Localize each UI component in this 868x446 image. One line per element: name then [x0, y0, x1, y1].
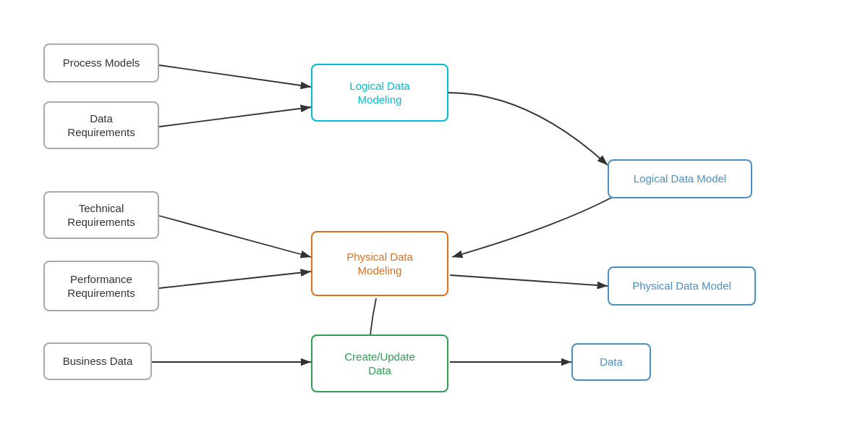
- process-models-node: Process Models: [43, 43, 159, 83]
- data-node: Data: [571, 343, 651, 381]
- create-update-data-label: Create/UpdateData: [344, 350, 415, 378]
- logical-data-modeling-label: Logical DataModeling: [349, 79, 409, 107]
- business-data-node: Business Data: [43, 342, 152, 380]
- diagram-container: Process Models DataRequirements Technica…: [0, 0, 868, 446]
- performance-requirements-label: PerformanceRequirements: [67, 272, 135, 300]
- logical-data-model-node: Logical Data Model: [608, 159, 752, 198]
- data-requirements-label: DataRequirements: [67, 112, 135, 140]
- logical-data-modeling-node: Logical DataModeling: [311, 64, 448, 122]
- technical-requirements-label: TechnicalRequirements: [67, 201, 135, 230]
- svg-line-4: [159, 272, 311, 288]
- physical-data-modeling-node: Physical DataModeling: [311, 231, 448, 296]
- technical-requirements-node: TechnicalRequirements: [43, 191, 159, 239]
- physical-data-model-label: Physical Data Model: [632, 279, 731, 293]
- business-data-label: Business Data: [63, 354, 133, 369]
- svg-line-5: [450, 275, 608, 286]
- svg-line-2: [159, 107, 311, 127]
- performance-requirements-node: PerformanceRequirements: [43, 261, 159, 311]
- logical-data-model-label: Logical Data Model: [634, 172, 726, 186]
- svg-line-1: [159, 65, 311, 87]
- physical-data-model-node: Physical Data Model: [608, 266, 756, 306]
- svg-line-3: [159, 216, 311, 257]
- physical-data-modeling-label: Physical DataModeling: [346, 250, 413, 278]
- data-label: Data: [600, 355, 623, 369]
- data-requirements-node: DataRequirements: [43, 101, 159, 149]
- process-models-label: Process Models: [63, 56, 140, 70]
- create-update-data-node: Create/UpdateData: [311, 334, 448, 392]
